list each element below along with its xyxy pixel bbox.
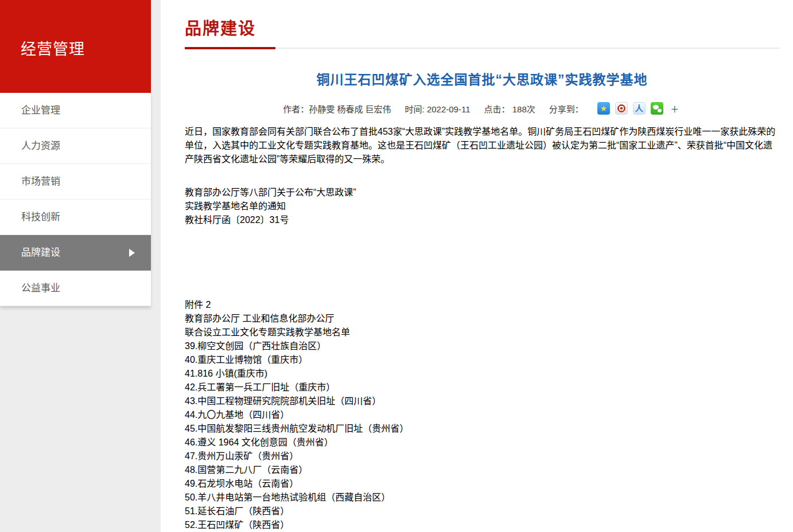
blurred-paragraph [185,244,779,261]
attachment-title: 教育部办公厅 工业和信息化部办公厅 联合设立工业文化专题实践教学基地名单 [185,311,779,338]
blurred-paragraph [185,272,779,297]
sidebar-item-label: 公益事业 [21,283,60,294]
article-meta: 作者：孙静雯 杨春成 巨宏伟 时间: 2022-09-11 点击： 188次 分… [185,102,779,115]
chat-bubble-icon [658,109,662,112]
attachment-document: 附件 2 教育部办公厅 工业和信息化部办公厅 联合设立工业文化专题实践教学基地名… [185,297,779,532]
meta-share-label: 分享到： [549,103,584,115]
notice-body-blur [185,226,779,297]
notice-title-line2: 实践教学基地名单的通知 [185,198,779,212]
sidebar-item-enterprise[interactable]: 企业管理 [0,93,151,128]
list-item: 41.816 小镇(重庆市) [185,366,779,380]
list-item: 46.遵义 1964 文化创意园（贵州省） [185,435,779,448]
sidebar-item-charity[interactable]: 公益事业 [0,271,151,306]
renren-share-icon[interactable]: 人 [633,102,646,115]
article-title: 铜川王石凹煤矿入选全国首批“大思政课”实践教学基地 [185,69,779,88]
attachment-title-line1: 教育部办公厅 工业和信息化部办公厅 [185,311,779,324]
notice-document: 教育部办公厅等八部门关于公布“大思政课” 实践教学基地名单的通知 教社科厅函〔2… [185,174,779,297]
sidebar-title: 经营管理 [21,37,151,59]
list-item: 47.贵州万山汞矿（贵州省） [185,448,779,462]
sidebar-item-label: 科技创新 [21,212,60,222]
left-column: 经营管理 企业管理 人力资源 市场营销 科技创新 品牌建设 公益事业 [0,0,161,532]
blurred-paragraph [185,261,673,272]
list-item: 51.延长石油厂（陕西省） [185,503,779,517]
list-item: 44.九〇九基地（四川省） [185,407,779,421]
person-icon: 人 [635,104,643,112]
sidebar-menu: 企业管理 人力资源 市场营销 科技创新 品牌建设 公益事业 [0,93,151,306]
weibo-share-icon[interactable] [615,102,628,115]
sidebar-item-brand[interactable]: 品牌建设 [0,235,151,271]
sidebar-item-tech[interactable]: 科技创新 [0,200,151,235]
page-title: 品牌建设 [185,0,779,39]
list-item: 42.兵工署第一兵工厂旧址（重庆市） [185,380,779,393]
list-item: 45.中国航发黎阳三线贵州航空发动机厂旧址（贵州省） [185,421,779,435]
weibo-eye-icon [617,104,625,112]
qzone-share-icon[interactable]: ★ [597,102,610,115]
notice-page: 教育部办公厅等八部门关于公布“大思政课” 实践教学基地名单的通知 教社科厅函〔2… [185,174,779,297]
sidebar-item-label: 人力资源 [21,140,60,151]
sidebar-item-label: 市场营销 [21,176,60,187]
list-item: 50.羊八井电站第一台地热试验机组（西藏自治区） [185,490,779,503]
meta-hits: 点击： 188次 [484,103,535,115]
sidebar-item-hr[interactable]: 人力资源 [0,128,151,164]
notice-doc-number: 教社科厅函〔2022〕31号 [185,212,779,226]
divider-red-line [185,47,275,49]
scanned-document-image: 教育部办公厅等八部门关于公布“大思政课” 实践教学基地名单的通知 教社科厅函〔2… [185,174,779,532]
list-item: 40.重庆工业博物馆（重庆市） [185,352,779,366]
attachment-label: 附件 2 [185,297,779,311]
sidebar-item-marketing[interactable]: 市场营销 [0,164,151,200]
sidebar-item-label: 企业管理 [21,105,60,116]
sidebar: 经营管理 企业管理 人力资源 市场营销 科技创新 品牌建设 公益事业 [0,0,151,306]
meta-author: 作者：孙静雯 杨春成 巨宏伟 [283,103,391,115]
doc-meta-block [185,174,779,185]
article-paragraph-1: 近日，国家教育部会同有关部门联合公布了首批453家“大思政课”实践教学基地名单。… [185,124,779,165]
attachment-title-line2: 联合设立工业文化专题实践教学基地名单 [185,324,779,338]
meta-time: 时间: 2022-09-11 [405,103,471,115]
list-item: 39.柳空文创园（广西壮族自治区） [185,338,779,352]
notice-title-line1: 教育部办公厅等八部门关于公布“大思政课” [185,185,779,198]
plus-icon: ＋ [670,103,679,115]
sidebar-item-label: 品牌建设 [21,247,60,258]
chevron-right-icon [129,249,135,257]
share-icons: ★ 人 ＋ [597,102,681,115]
notice-title: 教育部办公厅等八部门关于公布“大思政课” 实践教学基地名单的通知 [185,185,779,212]
sidebar-header: 经营管理 [0,0,151,93]
wechat-share-icon[interactable] [651,102,663,115]
star-icon: ★ [600,104,607,112]
more-share-icon[interactable]: ＋ [668,102,681,115]
title-divider [185,47,779,49]
blurred-paragraph [185,226,779,244]
list-item: 43.中国工程物理研究院院部机关旧址（四川省） [185,393,779,407]
list-item: 49.石龙坝水电站（云南省） [185,476,779,490]
attachment-list: 39.柳空文创园（广西壮族自治区） 40.重庆工业博物馆（重庆市） 41.816… [185,338,779,532]
list-item-highlighted: 52.王石凹煤矿（陕西省） [185,517,779,531]
list-item: 48.国营第二九八厂（云南省） [185,462,779,476]
doc-meta-row [185,174,779,185]
main-content: 品牌建设 铜川王石凹煤矿入选全国首批“大思政课”实践教学基地 作者：孙静雯 杨春… [161,0,793,532]
